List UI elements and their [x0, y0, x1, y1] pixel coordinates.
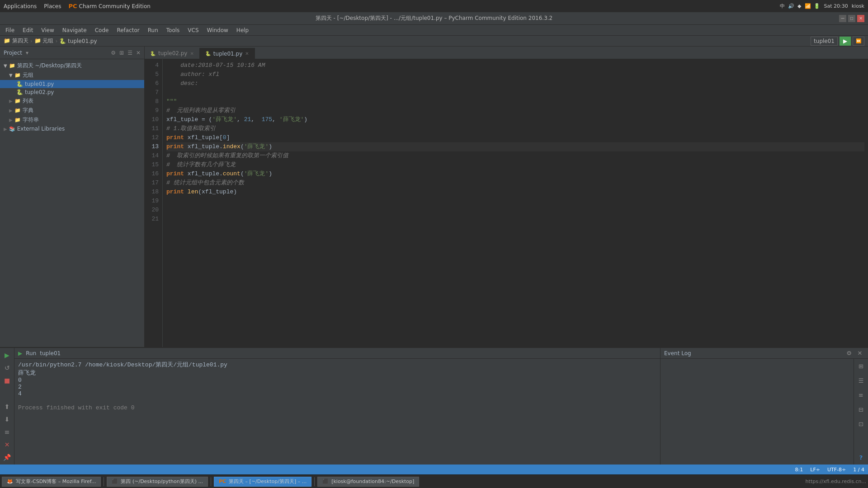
tab-bar: 🐍 tuple02.py ✕ 🐍 tuple01.py ✕: [145, 47, 868, 59]
run-rerun-button[interactable]: ↺: [2, 362, 13, 373]
breadcrumb-item-root[interactable]: 📁 第四天: [4, 37, 28, 45]
code-line-6: desc:: [166, 79, 864, 88]
line-numbers: 4 5 6 7 8 9 10 11 12 13 14 15 16 17 18 1…: [145, 59, 163, 347]
code-line-10: xfl_tuple = ('薛飞龙', 21, 175, '薛飞龙'): [166, 115, 864, 124]
status-position: 8:1: [795, 467, 803, 473]
run-output[interactable]: /usr/bin/python2.7 /home/kiosk/Desktop/第…: [14, 359, 660, 465]
tab-tuple01[interactable]: 🐍 tuple01.py ✕: [200, 48, 255, 59]
run-command: /usr/bin/python2.7 /home/kiosk/Desktop/第…: [18, 361, 656, 369]
menu-help[interactable]: Help: [233, 26, 252, 34]
project-gear-icon[interactable]: ☰: [127, 50, 132, 56]
taskbar-item-pycharm[interactable]: PC 第四天 – [~/Desktop/第四天] – ...: [214, 477, 311, 487]
system-indicators: 中 🔊 ◆ 📶 🔋: [780, 3, 820, 9]
status-bar-right: 8:1 LF÷ UTF-8÷ 1 / 4: [795, 467, 864, 473]
app-logo: PC Charm Community Edition: [68, 3, 150, 9]
tab-close-tuple02[interactable]: ✕: [190, 51, 193, 56]
tree-arrow-yuanzu: ▼: [9, 73, 13, 78]
project-close-icon[interactable]: ✕: [136, 50, 141, 56]
el-right-btn-3[interactable]: ≡: [856, 389, 867, 400]
code-line-20: [166, 206, 864, 215]
tree-item-ext-lib[interactable]: ▶ 📚 External Libraries: [0, 125, 144, 133]
menu-navigate[interactable]: Navigate: [59, 26, 90, 34]
run-pin-button[interactable]: 📌: [2, 452, 13, 463]
tree-item-root[interactable]: ▼ 📁 第四天 ~/Desktop/第四天: [0, 61, 144, 70]
line-20: 20: [148, 206, 159, 215]
tree-item-zidian[interactable]: ▶ 📁 字典: [0, 106, 144, 115]
folder-icon-yuanzu: 📁: [14, 72, 21, 78]
tab-tuple02[interactable]: 🐍 tuple02.py ✕: [145, 48, 200, 59]
code-lines[interactable]: date:2018-07-15 10:16 AM author: xfl des…: [163, 59, 868, 347]
menu-vcs[interactable]: VCS: [184, 26, 202, 34]
menu-run[interactable]: Run: [144, 26, 162, 34]
breadcrumb-item-file[interactable]: 🐍 tuple01.py: [59, 38, 97, 44]
applications-menu[interactable]: Applications: [4, 3, 37, 9]
debug-button[interactable]: ⏩: [853, 37, 864, 46]
places-menu[interactable]: Places: [44, 3, 61, 9]
taskbar-item-firefox[interactable]: 🦊 写文章-CSDN博客 – Mozilla Firef...: [2, 477, 101, 487]
maximize-button[interactable]: □: [848, 15, 855, 22]
event-log-close-icon[interactable]: ✕: [855, 349, 864, 358]
el-right-btn-6[interactable]: ?: [856, 452, 867, 463]
run-header: ▶ Run tuple01: [14, 348, 660, 359]
menu-view[interactable]: View: [38, 26, 57, 34]
folder-icon-zidian: 📁: [14, 108, 21, 113]
event-log-right-toolbar: ⊞ ☰ ≡ ⊟ ⊡ ?: [854, 359, 868, 465]
menu-tools[interactable]: Tools: [163, 26, 184, 34]
el-right-btn-2[interactable]: ☰: [856, 375, 867, 386]
event-log-tools: ⚙ ✕: [844, 349, 864, 358]
tree-item-tuple01[interactable]: 🐍 tuple01.py: [0, 80, 144, 88]
menu-file[interactable]: File: [2, 26, 18, 34]
project-expand-icon[interactable]: ⊞: [119, 50, 124, 56]
code-line-5: author: xfl: [166, 70, 864, 79]
line-8: 8: [148, 97, 159, 106]
run-spacer: [18, 397, 656, 404]
tab-label-tuple01: tuple01.py: [213, 51, 242, 57]
project-dropdown[interactable]: ▾: [26, 50, 28, 56]
tree-item-tuple02[interactable]: 🐍 tuple02.py: [0, 88, 144, 96]
run-play-button[interactable]: ▶: [2, 350, 13, 361]
code-editor[interactable]: 4 5 6 7 8 9 10 11 12 13 14 15 16 17 18 1…: [145, 59, 868, 347]
menu-code[interactable]: Code: [91, 26, 113, 34]
bottom-area: ▶ ↺ ■ ⬆ ⬇ ≡ ✕ 📌 ▶ Run tuple01 /usr/bin/p…: [0, 347, 868, 465]
menu-window[interactable]: Window: [203, 26, 232, 34]
run-stop-button[interactable]: ■: [2, 375, 13, 386]
folder-icon-ext: 📚: [9, 126, 15, 132]
tree-arrow-liebia: ▶: [9, 99, 13, 103]
menu-refactor[interactable]: Refactor: [113, 26, 143, 34]
el-right-btn-1[interactable]: ⊞: [856, 361, 867, 371]
breadcrumb-item-yuanzu[interactable]: 📁 元组: [34, 37, 54, 45]
terminal-icon-2: ⬛: [322, 479, 329, 484]
el-right-btn-5[interactable]: ⊡: [856, 418, 867, 429]
close-button[interactable]: ✕: [857, 15, 864, 22]
run-out-1: 薛飞龙: [18, 369, 656, 377]
breadcrumb-sep-1: ›: [30, 38, 33, 44]
taskbar-sep-1: [104, 477, 104, 486]
el-right-btn-4[interactable]: ⊟: [856, 404, 867, 415]
menu-edit[interactable]: Edit: [19, 26, 37, 34]
run-scroll-down[interactable]: ⬇: [2, 414, 13, 425]
run-clear-button[interactable]: ✕: [2, 439, 13, 450]
event-log-settings-icon[interactable]: ⚙: [844, 349, 854, 358]
minimize-button[interactable]: ─: [839, 15, 846, 22]
run-filter-button[interactable]: ≡: [2, 427, 13, 437]
tree-item-yuanzu[interactable]: ▼ 📁 元组: [0, 70, 144, 80]
run-button[interactable]: ▶: [840, 37, 851, 46]
run-config-name: tuple01: [814, 38, 835, 44]
taskbar-item-terminal-python[interactable]: ⬛ 第四 (~/Desktop/python第四天) ...: [107, 477, 208, 487]
taskbar: 🦊 写文章-CSDN博客 – Mozilla Firef... ⬛ 第四 (~/…: [0, 474, 868, 488]
event-log-title: Event Log: [664, 350, 691, 357]
code-line-15: # 统计字数有几个薛飞龙: [166, 160, 864, 169]
folder-icon-liebia: 📁: [14, 98, 21, 104]
tree-item-zifuchuan[interactable]: ▶ 📁 字符串: [0, 115, 144, 125]
event-log-area: Event Log ⚙ ✕ ⊞ ☰ ≡ ⊟ ⊡ ?: [660, 348, 868, 465]
event-log-content: [660, 359, 854, 465]
project-tree: ▼ 📁 第四天 ~/Desktop/第四天 ▼ 📁 元组 🐍 tuple01.p…: [0, 59, 144, 347]
taskbar-item-terminal[interactable]: ⬛ [kiosk@foundation84:~/Desktop]: [317, 477, 419, 487]
code-line-9: # 元组列表均是从零索引: [166, 106, 864, 115]
code-line-21: [166, 215, 864, 224]
sidebar: Project ▾ ⚙ ⊞ ☰ ✕ ▼ 📁 第四天 ~/Desktop/第四天 …: [0, 47, 145, 347]
tab-close-tuple01[interactable]: ✕: [245, 51, 249, 56]
run-scroll-top[interactable]: ⬆: [2, 401, 13, 412]
project-settings-icon[interactable]: ⚙: [111, 50, 116, 56]
tree-item-liebia[interactable]: ▶ 📁 列表: [0, 96, 144, 106]
